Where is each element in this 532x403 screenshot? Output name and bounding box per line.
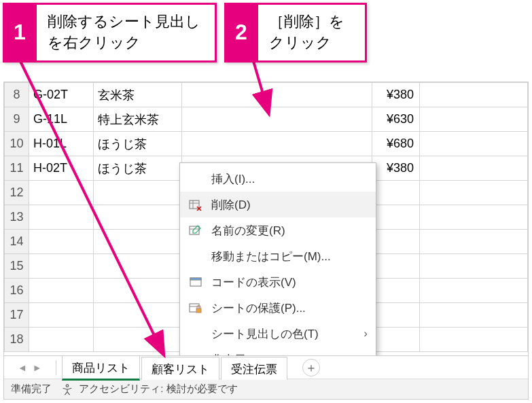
- cell[interactable]: [372, 303, 420, 328]
- menu-protect[interactable]: シートの保護(P)...: [180, 295, 376, 321]
- menu-view-code[interactable]: コードの表示(V): [180, 269, 376, 295]
- sheet-context-menu: 挿入(I)... 削除(D) 名前の変更(R) 移動またはコピー(M)...: [179, 162, 376, 355]
- insert-icon: [187, 172, 205, 186]
- cell[interactable]: ¥630: [372, 107, 420, 132]
- cell[interactable]: [420, 230, 528, 254]
- svg-line-1: [251, 54, 268, 112]
- hide-icon: [187, 353, 205, 355]
- cell[interactable]: [372, 230, 420, 254]
- cell[interactable]: [420, 254, 528, 279]
- cell[interactable]: [420, 205, 528, 230]
- status-bar: 準備完了 アクセシビリティ: 検討が必要です: [4, 379, 528, 399]
- menu-move-copy[interactable]: 移動またはコピー(M)...: [180, 243, 376, 269]
- cell[interactable]: [182, 132, 372, 156]
- chevron-right-icon: ›: [363, 327, 368, 340]
- cell[interactable]: ¥380: [372, 156, 420, 181]
- cell[interactable]: ¥380: [372, 83, 420, 107]
- status-ready: 準備完了: [11, 383, 52, 396]
- cell[interactable]: [420, 181, 528, 205]
- callout-2-text: ［削除］をクリック: [258, 3, 367, 63]
- svg-rect-10: [190, 278, 201, 280]
- plus-icon: ＋: [305, 360, 317, 376]
- rename-icon: [187, 224, 205, 237]
- callout-2-number: 2: [224, 3, 258, 63]
- cell[interactable]: [420, 83, 528, 107]
- new-sheet-button[interactable]: ＋: [302, 359, 320, 376]
- svg-line-0: [17, 54, 163, 353]
- cell[interactable]: [372, 181, 420, 205]
- delete-icon: [187, 198, 205, 211]
- cell[interactable]: [420, 328, 528, 352]
- callout-1-text: 削除するシート見出しを右クリック: [37, 3, 217, 63]
- move-icon: [187, 249, 205, 263]
- menu-delete[interactable]: 削除(D): [180, 192, 376, 217]
- sheet-tab-orders[interactable]: 受注伝票: [221, 357, 287, 380]
- status-accessibility[interactable]: アクセシビリティ: 検討が必要です: [61, 383, 238, 396]
- menu-rename[interactable]: 名前の変更(R): [180, 217, 376, 243]
- cell[interactable]: [420, 303, 528, 328]
- cell[interactable]: [372, 205, 420, 230]
- cell[interactable]: [372, 254, 420, 279]
- cell[interactable]: ¥680: [372, 132, 420, 156]
- viewcode-icon: [187, 275, 205, 289]
- svg-rect-13: [196, 309, 201, 313]
- callout-2: 2 ［削除］をクリック: [224, 3, 367, 63]
- callout-1: 1 削除するシート見出しを右クリック: [3, 3, 217, 63]
- accessibility-icon: [61, 383, 79, 394]
- menu-hide[interactable]: 非表示(H): [180, 347, 376, 355]
- cell[interactable]: [420, 132, 528, 156]
- cell[interactable]: [420, 107, 528, 132]
- cell[interactable]: [372, 328, 420, 352]
- menu-tab-color[interactable]: シート見出しの色(T) ›: [180, 321, 376, 347]
- protect-icon: [187, 301, 205, 315]
- menu-insert[interactable]: 挿入(I)...: [180, 166, 376, 192]
- tabcolor-icon: [187, 327, 205, 340]
- cell[interactable]: [420, 156, 528, 181]
- arrow-1: [14, 54, 177, 367]
- cell[interactable]: [420, 279, 528, 303]
- arrow-2: [245, 54, 299, 119]
- cell[interactable]: [372, 279, 420, 303]
- svg-point-14: [66, 385, 69, 387]
- callout-1-number: 1: [3, 3, 37, 63]
